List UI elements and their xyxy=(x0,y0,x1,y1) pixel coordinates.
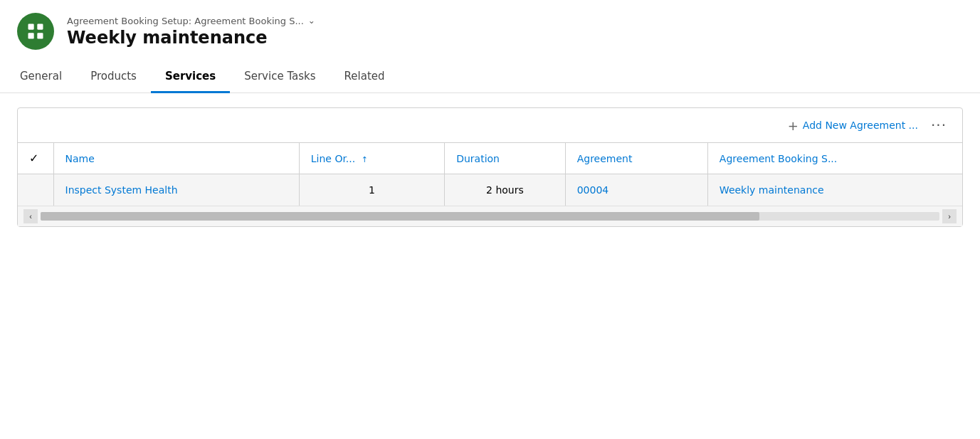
header-text: Agreement Booking Setup: Agreement Booki… xyxy=(67,16,315,48)
tab-products[interactable]: Products xyxy=(76,63,151,93)
column-name[interactable]: Name xyxy=(53,143,299,174)
main-content: + Add New Agreement ... ··· ✓ Name Line … xyxy=(0,93,980,241)
tab-related[interactable]: Related xyxy=(330,63,399,93)
grid-icon xyxy=(26,21,46,41)
row-name-cell[interactable]: Inspect System Health xyxy=(53,174,299,206)
services-table-container: + Add New Agreement ... ··· ✓ Name Line … xyxy=(17,107,963,227)
svg-rect-0 xyxy=(28,24,34,30)
column-duration[interactable]: Duration xyxy=(445,143,566,174)
row-agreement-cell[interactable]: 00004 xyxy=(565,174,707,206)
column-check: ✓ xyxy=(18,143,53,174)
breadcrumb[interactable]: Agreement Booking Setup: Agreement Booki… xyxy=(67,16,315,26)
scrollbar-thumb xyxy=(41,212,759,221)
row-line-order-cell: 1 xyxy=(299,174,444,206)
table-toolbar: + Add New Agreement ... ··· xyxy=(18,108,962,143)
avatar xyxy=(17,13,54,50)
horizontal-scrollbar[interactable]: ‹ › xyxy=(18,206,962,226)
row-booking-setup-cell[interactable]: Weekly maintenance xyxy=(707,174,962,206)
scrollbar-track[interactable] xyxy=(41,212,939,221)
scroll-left-button[interactable]: ‹ xyxy=(23,209,38,223)
column-line-order[interactable]: Line Or... ↑ xyxy=(299,143,444,174)
svg-rect-2 xyxy=(28,33,34,38)
add-button-label: Add New Agreement ... xyxy=(803,120,918,131)
add-new-agreement-button[interactable]: + Add New Agreement ... xyxy=(788,118,918,133)
svg-rect-3 xyxy=(37,33,43,38)
breadcrumb-label: Agreement Booking Setup: Agreement Booki… xyxy=(67,16,304,26)
chevron-down-icon: ⌄ xyxy=(308,16,315,26)
row-duration-cell: 2 hours xyxy=(445,174,566,206)
tab-services[interactable]: Services xyxy=(151,63,230,93)
sort-asc-icon: ↑ xyxy=(362,155,368,164)
table-header-row: ✓ Name Line Or... ↑ Duration Agreement xyxy=(18,143,962,174)
more-options-button[interactable]: ··· xyxy=(927,115,951,135)
tab-nav: General Products Services Service Tasks … xyxy=(0,63,980,93)
column-booking-setup[interactable]: Agreement Booking S... xyxy=(707,143,962,174)
column-agreement[interactable]: Agreement xyxy=(565,143,707,174)
page-title: Weekly maintenance xyxy=(67,28,315,48)
svg-rect-1 xyxy=(37,24,43,30)
row-check-cell xyxy=(18,174,53,206)
table-row: Inspect System Health 1 2 hours 00004 We… xyxy=(18,174,962,206)
page-header: Agreement Booking Setup: Agreement Booki… xyxy=(0,0,980,57)
plus-icon: + xyxy=(788,118,799,133)
services-table: ✓ Name Line Or... ↑ Duration Agreement xyxy=(18,143,962,206)
scroll-right-button[interactable]: › xyxy=(942,209,957,223)
tab-service-tasks[interactable]: Service Tasks xyxy=(230,63,330,93)
tab-general[interactable]: General xyxy=(17,63,76,93)
